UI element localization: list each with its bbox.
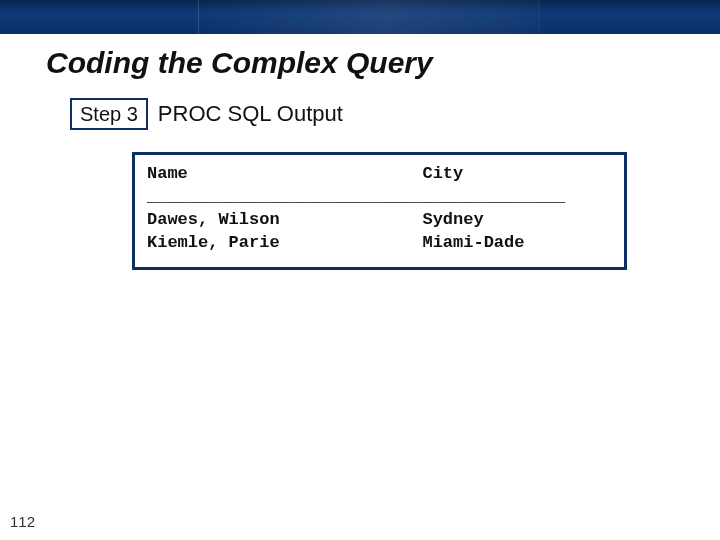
page-title: Coding the Complex Query bbox=[0, 34, 720, 98]
sql-output-text: Name City ______________________________… bbox=[147, 163, 612, 255]
header-banner bbox=[0, 0, 720, 34]
page-number: 112 bbox=[10, 513, 35, 530]
step-row: Step 3 PROC SQL Output bbox=[0, 98, 720, 130]
step-badge: Step 3 bbox=[70, 98, 148, 130]
step-label: PROC SQL Output bbox=[158, 101, 343, 127]
sql-output-box: Name City ______________________________… bbox=[132, 152, 627, 270]
